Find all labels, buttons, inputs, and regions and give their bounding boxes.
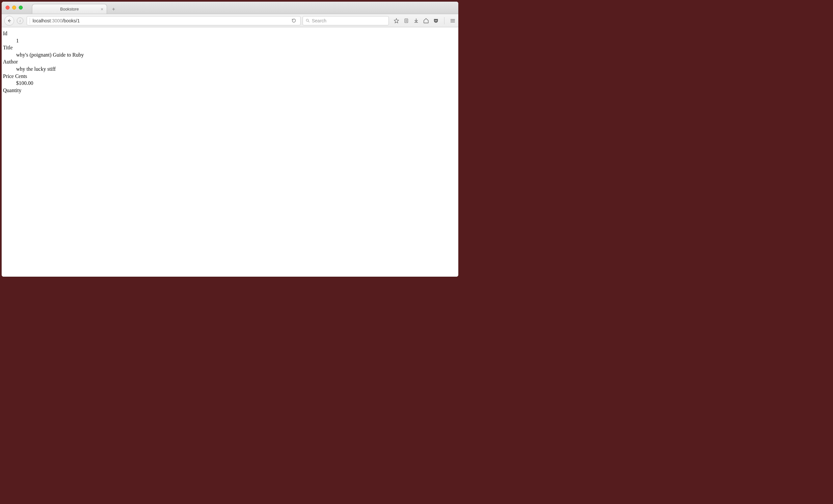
svg-point-0	[306, 19, 309, 21]
field-label-author: Author	[3, 58, 457, 66]
site-info-button[interactable]: i	[17, 18, 23, 24]
field-value-price-cents: $100.00	[16, 80, 457, 87]
field-label-quantity: Quantity	[3, 87, 457, 94]
field-value-author: why the lucky stiff	[16, 66, 457, 73]
download-icon	[413, 18, 419, 24]
new-tab-button[interactable]: +	[109, 5, 118, 13]
back-button[interactable]	[4, 16, 14, 26]
url-bar[interactable]: localhost:3000/books/1	[27, 16, 301, 25]
tab-title: Bookstore	[60, 7, 79, 11]
info-icon: i	[19, 19, 20, 23]
toolbar-separator	[444, 17, 445, 24]
downloads-button[interactable]	[413, 18, 419, 24]
field-label-id: Id	[3, 30, 457, 37]
url-port: :3000	[51, 18, 62, 23]
field-value-title: why's (poignant) Guide to Ruby	[16, 51, 457, 58]
pocket-button[interactable]	[433, 18, 439, 24]
hamburger-icon	[450, 18, 456, 23]
page-content: Id 1 Title why's (poignant) Guide to Rub…	[2, 27, 458, 277]
reload-icon	[291, 18, 296, 23]
clipboard-icon	[404, 18, 409, 24]
search-input[interactable]	[312, 18, 386, 23]
back-arrow-icon	[7, 19, 11, 23]
home-icon	[423, 18, 429, 24]
url-separator	[30, 18, 30, 24]
menu-button[interactable]	[450, 18, 456, 23]
url-path: /books/1	[62, 18, 80, 23]
search-bar[interactable]	[303, 16, 389, 25]
window-maximize-button[interactable]	[19, 6, 23, 9]
star-icon	[394, 18, 399, 24]
titlebar: Bookstore × +	[2, 2, 458, 14]
pocket-icon	[433, 18, 439, 24]
window-minimize-button[interactable]	[12, 6, 16, 9]
url-host: localhost	[32, 18, 51, 23]
browser-tab[interactable]: Bookstore ×	[32, 4, 107, 14]
field-label-title: Title	[3, 44, 457, 51]
toolbar-icons	[394, 17, 456, 24]
bookmark-star-button[interactable]	[394, 18, 399, 24]
browser-window: Bookstore × + i localhost:3000/books/1	[2, 2, 458, 277]
reload-button[interactable]	[290, 18, 298, 23]
bookmarks-list-button[interactable]	[403, 18, 409, 24]
field-value-id: 1	[16, 37, 457, 44]
window-close-button[interactable]	[6, 6, 9, 9]
svg-line-1	[308, 21, 309, 22]
search-icon	[306, 19, 310, 23]
book-definition-list: Id 1 Title why's (poignant) Guide to Rub…	[3, 30, 457, 94]
home-button[interactable]	[423, 18, 429, 24]
field-label-price-cents: Price Cents	[3, 73, 457, 80]
tab-close-button[interactable]: ×	[101, 7, 103, 11]
traffic-lights	[6, 6, 23, 9]
toolbar: i localhost:3000/books/1	[2, 14, 458, 27]
